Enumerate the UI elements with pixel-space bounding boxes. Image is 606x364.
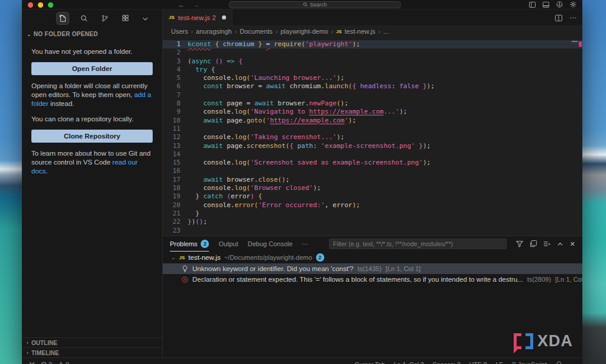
- line-number[interactable]: 5: [163, 74, 180, 82]
- code-line[interactable]: 13 await page.screenshot({ path: 'exampl…: [163, 142, 582, 150]
- breadcrumb-item[interactable]: test-new.js: [344, 28, 375, 35]
- line-number[interactable]: 16: [163, 167, 180, 175]
- line-number[interactable]: 23: [163, 227, 180, 235]
- code-line[interactable]: 11: [163, 125, 582, 133]
- line-number[interactable]: 22: [163, 218, 180, 226]
- status-item-lf[interactable]: LF: [496, 361, 503, 364]
- code-line[interactable]: 14: [163, 150, 582, 159]
- panel-tab-debug-console[interactable]: Debug Console: [248, 236, 293, 252]
- code-line[interactable]: 8 const page = await browser.newPage();: [163, 99, 582, 108]
- line-number[interactable]: 1: [163, 40, 180, 49]
- status-item-utf-8[interactable]: UTF-8: [469, 361, 487, 364]
- code-line[interactable]: 19 } catch (error) {: [163, 192, 582, 201]
- line-number[interactable]: 20: [163, 201, 180, 210]
- code-line[interactable]: 9 console.log('Navigating to https://exa…: [163, 108, 582, 116]
- breadcrumb-item[interactable]: playwright-demo: [281, 28, 328, 35]
- code-line[interactable]: 2: [163, 49, 582, 57]
- line-number[interactable]: 18: [163, 184, 180, 192]
- extensions-icon[interactable]: [120, 12, 131, 24]
- open-in-editor-icon[interactable]: [530, 240, 537, 247]
- code-line[interactable]: 5 console.log('Launching browser...');: [163, 74, 582, 82]
- code-line[interactable]: 12 console.log('Taking screenshot...');: [163, 133, 582, 141]
- problem-row[interactable]: Declaration or statement expected. This …: [163, 274, 582, 285]
- problem-row[interactable]: Unknown keyword or identifier. Did you m…: [163, 263, 582, 274]
- breadcrumb-item[interactable]: anuragsingh: [196, 28, 232, 35]
- line-number[interactable]: 21: [163, 210, 180, 218]
- code-line[interactable]: 3(async () => {: [163, 57, 582, 66]
- source-control-icon[interactable]: [99, 12, 111, 24]
- toggle-panel-icon[interactable]: [543, 2, 549, 8]
- line-number[interactable]: 8: [163, 99, 180, 108]
- warning-count[interactable]: 0: [58, 361, 69, 364]
- problems-file-group[interactable]: ⌄ JS test-new.js ~/Documents/playwright-…: [163, 252, 582, 263]
- code-line[interactable]: 22})();: [163, 218, 582, 226]
- code-line[interactable]: 16: [163, 167, 582, 175]
- line-number[interactable]: 3: [163, 57, 180, 66]
- line-number[interactable]: 2: [163, 49, 180, 57]
- breadcrumb-item[interactable]: Documents: [240, 28, 273, 35]
- remote-indicator-icon[interactable]: [29, 362, 35, 364]
- minimize-window-button[interactable]: [38, 2, 43, 8]
- line-number[interactable]: 12: [163, 133, 180, 141]
- code-line[interactable]: 20 console.error('Error occurred:', erro…: [163, 201, 582, 210]
- line-number[interactable]: 11: [163, 125, 180, 133]
- maximize-panel-icon[interactable]: [557, 241, 563, 247]
- status-item-spaces-2[interactable]: Spaces: 2: [433, 361, 460, 364]
- code-line[interactable]: 17 await browser.close();: [163, 176, 582, 184]
- code-line[interactable]: 4 try {: [163, 66, 582, 74]
- line-number[interactable]: 13: [163, 142, 180, 150]
- more-actions-icon[interactable]: ⋯: [569, 14, 576, 22]
- zoom-window-button[interactable]: [48, 2, 53, 8]
- line-number[interactable]: 19: [163, 192, 180, 201]
- tab-test-new-js[interactable]: JS test-new.js 2: [163, 9, 233, 25]
- panel-tab-problems[interactable]: Problems2: [170, 236, 209, 252]
- code-line[interactable]: 23: [163, 227, 582, 235]
- close-panel-icon[interactable]: ✕: [570, 240, 575, 248]
- close-window-button[interactable]: [28, 2, 33, 8]
- filter-icon[interactable]: [516, 240, 523, 247]
- no-folder-section-header[interactable]: ⌄ NO FOLDER OPENED: [22, 27, 162, 38]
- search-view-icon[interactable]: [78, 12, 90, 24]
- open-folder-button[interactable]: Open Folder: [31, 62, 153, 75]
- timeline-section[interactable]: › TIMELINE: [22, 347, 162, 357]
- breadcrumb-item[interactable]: Users: [171, 28, 188, 35]
- panel-tab-output[interactable]: Output: [218, 236, 238, 252]
- line-number[interactable]: 14: [163, 150, 180, 159]
- problems-filter-input[interactable]: [329, 239, 507, 249]
- line-number[interactable]: 6: [163, 82, 180, 91]
- chevron-down-icon[interactable]: [140, 14, 150, 24]
- line-number[interactable]: 7: [163, 91, 180, 99]
- outline-section[interactable]: › OUTLINE: [22, 337, 162, 347]
- code-line[interactable]: 7: [163, 91, 582, 99]
- code-line[interactable]: 10 await page.goto('https://example.com'…: [163, 117, 582, 125]
- clone-repository-button[interactable]: Clone Repository: [31, 130, 153, 143]
- code-line[interactable]: 6 const browser = await chromium.launch(…: [163, 82, 582, 91]
- error-count[interactable]: 2: [41, 361, 52, 364]
- toggle-sidebar-icon[interactable]: [529, 2, 536, 8]
- command-center-search[interactable]: Search: [229, 1, 401, 8]
- settings-gear-icon[interactable]: [570, 1, 576, 8]
- status-item-cursor-tab[interactable]: Cursor Tab: [354, 361, 385, 364]
- code-line[interactable]: 1kconst { chromium } = require('playwrig…: [163, 40, 582, 49]
- back-arrow-icon[interactable]: ←: [178, 1, 185, 8]
- vscode-cube-icon[interactable]: [556, 1, 563, 8]
- line-number[interactable]: 17: [163, 176, 180, 184]
- breadcrumb-item[interactable]: ...: [383, 28, 389, 35]
- code-editor[interactable]: 1kconst { chromium } = require('playwrig…: [163, 37, 582, 236]
- line-number[interactable]: 15: [163, 159, 180, 167]
- explorer-icon[interactable]: [56, 12, 69, 25]
- line-number[interactable]: 10: [163, 117, 180, 125]
- code-line[interactable]: 15 console.log('Screenshot saved as exam…: [163, 159, 582, 167]
- line-number[interactable]: 4: [163, 66, 180, 74]
- code-line[interactable]: 18 console.log('Browser closed');: [163, 184, 582, 192]
- collapse-all-icon[interactable]: [543, 240, 550, 247]
- status-item-javascript[interactable]: {} JavaScript: [512, 361, 547, 364]
- code-line[interactable]: 21 }: [163, 210, 582, 218]
- split-editor-icon[interactable]: [555, 15, 562, 21]
- line-number[interactable]: 9: [163, 108, 180, 116]
- modified-dot-icon[interactable]: [222, 15, 226, 20]
- forward-arrow-icon[interactable]: →: [193, 1, 199, 8]
- bell-icon[interactable]: [556, 361, 562, 364]
- panel-tab--[interactable]: ⋯: [302, 236, 308, 252]
- status-item-ln-1-col-2[interactable]: Ln 1, Col 2: [394, 361, 424, 364]
